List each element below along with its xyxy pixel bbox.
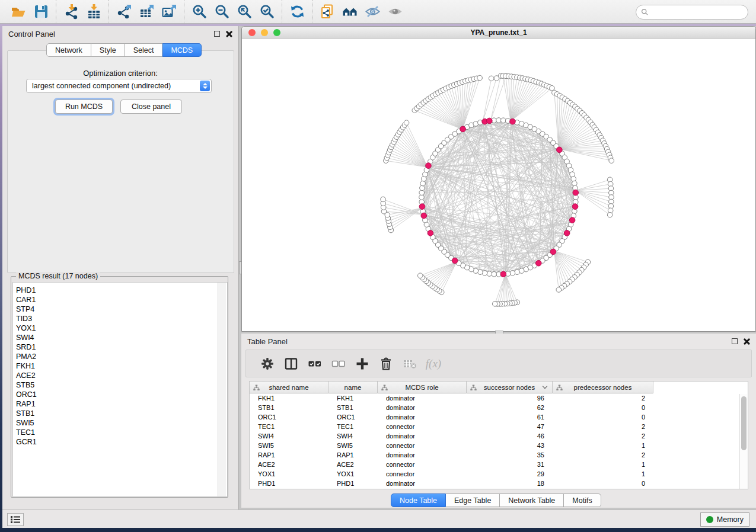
first-neighbors-button[interactable]: [339, 2, 361, 22]
mcds-result-item[interactable]: SWI5: [16, 418, 227, 428]
table-cell[interactable]: 43: [467, 441, 553, 450]
minimize-window-button[interactable]: [261, 29, 268, 36]
float-panel-icon[interactable]: [214, 31, 220, 37]
close-window-button[interactable]: [248, 29, 256, 36]
column-header-predecessor-nodes[interactable]: predecessor nodes: [553, 382, 653, 393]
table-cell[interactable]: dominator: [378, 431, 467, 441]
table-cell[interactable]: RAP1: [250, 450, 328, 460]
tab-node-table[interactable]: Node Table: [391, 493, 446, 507]
delete-row-button[interactable]: [374, 353, 398, 374]
mcds-result-item[interactable]: STB1: [16, 409, 227, 418]
export-image-button[interactable]: [158, 2, 180, 22]
table-cell[interactable]: 1: [553, 460, 653, 469]
table-cell[interactable]: 0: [553, 412, 653, 422]
mcds-result-item[interactable]: TEC1: [16, 428, 227, 437]
float-table-panel-icon[interactable]: [732, 338, 738, 344]
table-row[interactable]: SWI4SWI4dominator462: [250, 431, 748, 441]
table-cell[interactable]: 1: [553, 441, 653, 450]
mcds-result-item[interactable]: ACE2: [16, 371, 227, 380]
mcds-result-item[interactable]: GCR1: [16, 437, 227, 447]
table-row[interactable]: ACE2ACE2connector311: [250, 460, 748, 469]
table-cell[interactable]: 2: [553, 431, 653, 441]
table-scrollbar-thumb[interactable]: [741, 396, 747, 450]
mcds-result-item[interactable]: SWI4: [16, 333, 227, 342]
table-cell[interactable]: RAP1: [328, 450, 378, 460]
tab-network[interactable]: Network: [46, 43, 91, 57]
tab-style[interactable]: Style: [91, 43, 125, 57]
table-cell[interactable]: PHD1: [328, 479, 378, 488]
search-input[interactable]: [652, 7, 748, 18]
mcds-result-item[interactable]: STB5: [16, 380, 227, 390]
maximize-window-button[interactable]: [273, 29, 280, 36]
table-row[interactable]: ORC1ORC1dominator610: [250, 412, 748, 422]
settings-button[interactable]: [256, 353, 279, 374]
task-history-button[interactable]: [7, 513, 24, 526]
tab-select[interactable]: Select: [125, 43, 163, 57]
import-table-button[interactable]: [82, 2, 105, 22]
memory-button[interactable]: Memory: [700, 512, 749, 527]
table-cell[interactable]: dominator: [378, 393, 467, 403]
table-cell[interactable]: ORC1: [328, 412, 378, 422]
table-cell[interactable]: TEC1: [250, 422, 328, 431]
table-row[interactable]: RAP1RAP1dominator352: [250, 450, 748, 460]
export-network-button[interactable]: [113, 2, 135, 22]
save-session-button[interactable]: [30, 2, 52, 22]
mcds-result-item[interactable]: PHD1: [16, 286, 227, 295]
network-window-titlebar[interactable]: YPA_prune.txt_1: [242, 27, 755, 39]
column-header-name[interactable]: name: [328, 382, 378, 393]
tab-edge-table[interactable]: Edge Table: [446, 493, 500, 507]
tab-network-table[interactable]: Network Table: [500, 493, 564, 507]
tab-mcds[interactable]: MCDS: [162, 43, 202, 57]
table-cell[interactable]: 62: [467, 403, 553, 412]
table-cell[interactable]: connector: [378, 469, 467, 479]
add-row-button[interactable]: [350, 353, 374, 374]
hide-selected-button[interactable]: [361, 2, 384, 22]
table-cell[interactable]: 0: [553, 403, 653, 412]
mcds-result-item[interactable]: STP4: [16, 305, 227, 314]
table-cell[interactable]: STB1: [250, 403, 328, 412]
table-cell[interactable]: 46: [467, 431, 553, 441]
table-cell[interactable]: 1: [553, 469, 653, 479]
open-file-button[interactable]: [7, 2, 30, 22]
result-list-scrollbar[interactable]: [218, 283, 226, 496]
table-cell[interactable]: 29: [467, 469, 553, 479]
mcds-result-item[interactable]: ORC1: [16, 390, 227, 399]
zoom-fit-button[interactable]: [233, 2, 256, 22]
table-cell[interactable]: ORC1: [250, 412, 328, 422]
table-cell[interactable]: dominator: [378, 403, 467, 412]
table-cell[interactable]: 2: [553, 422, 653, 431]
table-row[interactable]: YOX1YOX1connector291: [250, 469, 748, 479]
table-cell[interactable]: YOX1: [328, 469, 378, 479]
mcds-result-item[interactable]: CAR1: [16, 295, 227, 305]
mcds-result-item[interactable]: SRD1: [16, 342, 227, 352]
deselect-all-button[interactable]: [327, 353, 350, 374]
table-scrollbar[interactable]: [739, 394, 747, 489]
mcds-result-item[interactable]: RAP1: [16, 399, 227, 409]
table-cell[interactable]: connector: [378, 422, 467, 431]
mcds-result-item[interactable]: FKH1: [16, 361, 227, 371]
close-panel-button[interactable]: Close panel: [120, 100, 182, 114]
table-cell[interactable]: FKH1: [328, 393, 378, 403]
table-cell[interactable]: FKH1: [250, 393, 328, 403]
tab-motifs[interactable]: Motifs: [564, 493, 601, 507]
export-table-button[interactable]: [135, 2, 158, 22]
table-cell[interactable]: SWI5: [250, 441, 328, 450]
table-cell[interactable]: dominator: [378, 479, 467, 488]
mcds-result-item[interactable]: TID3: [16, 314, 227, 323]
close-panel-icon[interactable]: [226, 31, 232, 37]
run-mcds-button[interactable]: Run MCDS: [55, 100, 113, 114]
table-cell[interactable]: ACE2: [328, 460, 378, 469]
column-header-shared-name[interactable]: shared name: [250, 382, 328, 393]
table-cell[interactable]: TEC1: [328, 422, 378, 431]
optimization-dropdown[interactable]: largest connected component (undirected): [26, 79, 212, 93]
import-network-button[interactable]: [60, 2, 82, 22]
mcds-result-item[interactable]: PMA2: [16, 352, 227, 361]
zoom-in-button[interactable]: [188, 2, 210, 22]
duplicate-network-button[interactable]: [316, 2, 339, 22]
table-cell[interactable]: connector: [378, 441, 467, 450]
table-cell[interactable]: SWI5: [328, 441, 378, 450]
table-cell[interactable]: connector: [378, 460, 467, 469]
table-row[interactable]: STB1STB1dominator620: [250, 403, 748, 412]
show-columns-button[interactable]: [279, 353, 303, 374]
table-cell[interactable]: 31: [467, 460, 553, 469]
